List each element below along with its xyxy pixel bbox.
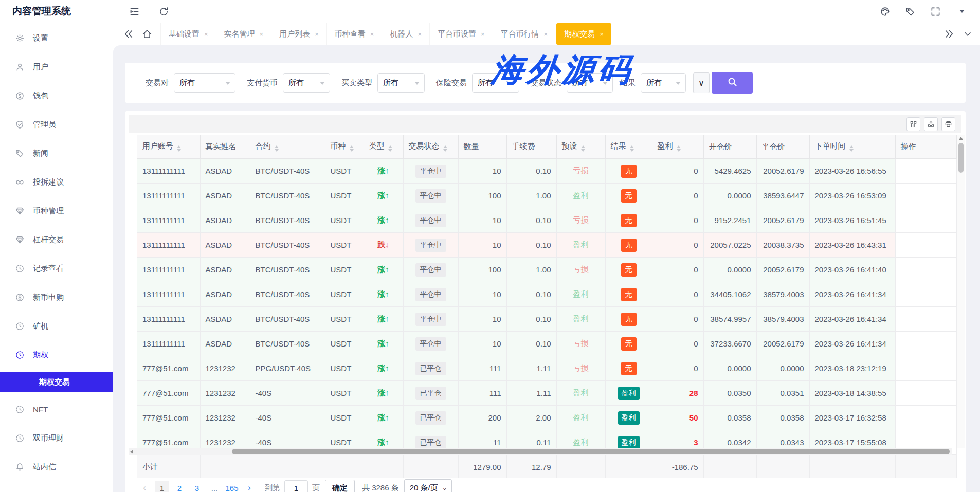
- column-header-status[interactable]: 交易状态: [403, 135, 458, 159]
- user-icon: [15, 63, 24, 71]
- filter-select-1[interactable]: 所有: [283, 73, 330, 93]
- export-icon[interactable]: [924, 117, 938, 131]
- tab-close-icon[interactable]: ×: [600, 30, 604, 38]
- cell-open: 0.0350: [703, 381, 756, 406]
- sort-icon[interactable]: [177, 145, 181, 152]
- sort-icon[interactable]: [388, 145, 392, 152]
- filter-select-3[interactable]: 所有: [472, 73, 519, 93]
- page-button-2[interactable]: 2: [172, 481, 187, 492]
- tab-close-icon[interactable]: ×: [204, 30, 208, 38]
- cell-coin: USDT: [325, 356, 364, 381]
- sidebar-item-14[interactable]: 双币理财: [0, 424, 113, 452]
- sidebar-item-10[interactable]: 矿机: [0, 312, 113, 340]
- confirm-button[interactable]: 确定: [325, 480, 355, 492]
- column-header-type[interactable]: 类型: [364, 135, 403, 159]
- page-button-1[interactable]: 1: [155, 481, 169, 492]
- result-badge: 无: [621, 337, 637, 351]
- sidebar-item-7[interactable]: 杠杆交易: [0, 225, 113, 254]
- fullscreen-icon[interactable]: [931, 7, 940, 16]
- sidebar-item-9[interactable]: 新币申购: [0, 283, 113, 312]
- menu-fold-icon[interactable]: [130, 7, 139, 16]
- sort-icon[interactable]: [443, 145, 447, 152]
- filter-select-5[interactable]: 所有: [641, 73, 686, 93]
- scroll-left-icon[interactable]: [130, 450, 133, 454]
- sidebar-item-6[interactable]: 币种管理: [0, 196, 113, 225]
- user-menu[interactable]: [956, 10, 965, 13]
- vertical-scrollbar[interactable]: [957, 135, 965, 448]
- sidebar-item-3[interactable]: 管理员: [0, 110, 113, 139]
- prev-page-icon[interactable]: ‹: [137, 481, 152, 492]
- column-header-account[interactable]: 用户账号: [137, 135, 200, 159]
- sidebar-item-8[interactable]: 记录查看: [0, 254, 113, 283]
- refresh-icon[interactable]: [159, 7, 169, 16]
- vertical-scrollbar-thumb[interactable]: [958, 143, 964, 173]
- sidebar-item-5[interactable]: 投拆建议: [0, 168, 113, 196]
- sidebar-item-11[interactable]: 期权: [0, 340, 113, 369]
- filter-expand-toggle[interactable]: ∨: [693, 72, 710, 93]
- table-toolbar: [129, 115, 961, 133]
- sidebar-item-15[interactable]: 站内信: [0, 452, 113, 481]
- tag-icon[interactable]: [905, 7, 915, 16]
- sidebar-subitem-12[interactable]: 期权交易: [0, 372, 113, 392]
- sidebar-item-13[interactable]: NFT: [0, 395, 113, 424]
- horizontal-scrollbar-thumb[interactable]: [232, 449, 950, 454]
- sidebar-item-1[interactable]: 用户: [0, 52, 113, 81]
- next-page-icon[interactable]: ›: [242, 481, 257, 492]
- columns-icon[interactable]: [906, 117, 920, 131]
- sort-icon[interactable]: [630, 145, 634, 152]
- column-header-preset[interactable]: 预设: [556, 135, 605, 159]
- tabs-scroll-right-icon[interactable]: [944, 29, 954, 39]
- result-badge: 盈利: [618, 411, 640, 425]
- sort-icon[interactable]: [350, 145, 354, 152]
- goto-page-input[interactable]: [284, 480, 308, 492]
- tab-close-icon[interactable]: ×: [370, 30, 374, 38]
- sidebar-item-4[interactable]: 新闻: [0, 139, 113, 168]
- summary-cell-type: [364, 455, 403, 478]
- sidebar-item-label: 双币理财: [33, 433, 64, 443]
- page-button-165[interactable]: 165: [225, 481, 239, 492]
- cell-time: 2023-03-17 16:32:58: [809, 406, 895, 430]
- tab-item-2[interactable]: 用户列表×: [271, 23, 326, 45]
- tab-close-icon[interactable]: ×: [315, 30, 319, 38]
- filter-select-0[interactable]: 所有: [174, 73, 235, 93]
- sidebar-item-0[interactable]: 设置: [0, 24, 113, 52]
- column-header-time[interactable]: 下单时间: [809, 135, 895, 159]
- sidebar-item-2[interactable]: 钱包: [0, 81, 113, 110]
- search-button[interactable]: [712, 72, 753, 94]
- tab-item-5[interactable]: 平台币设置×: [429, 23, 493, 45]
- cell-realname: ASDAD: [200, 282, 250, 307]
- column-header-contract[interactable]: 合约: [250, 135, 325, 159]
- status-badge: 已平仓: [415, 411, 446, 425]
- sort-icon[interactable]: [275, 145, 279, 152]
- tab-close-icon[interactable]: ×: [481, 30, 485, 38]
- tab-close-icon[interactable]: ×: [260, 30, 264, 38]
- tab-item-7[interactable]: 期权交易×: [556, 23, 611, 45]
- tab-item-3[interactable]: 币种查看×: [326, 23, 382, 45]
- home-icon[interactable]: [142, 29, 152, 39]
- sort-icon[interactable]: [677, 145, 681, 152]
- sort-icon[interactable]: [581, 145, 585, 152]
- tab-item-0[interactable]: 基础设置×: [160, 23, 216, 45]
- tabs-scroll-left-icon[interactable]: [123, 29, 134, 39]
- theme-palette-icon[interactable]: [880, 7, 890, 16]
- tab-item-1[interactable]: 实名管理×: [216, 23, 271, 45]
- sort-icon[interactable]: [849, 145, 854, 152]
- cell-result: 无: [605, 282, 652, 307]
- tab-close-icon[interactable]: ×: [418, 30, 422, 38]
- print-icon[interactable]: [941, 117, 955, 131]
- sidebar-item-label: NFT: [33, 405, 48, 414]
- page-button-3[interactable]: 3: [190, 481, 204, 492]
- tab-item-4[interactable]: 机器人×: [382, 23, 429, 45]
- tab-close-icon[interactable]: ×: [544, 30, 548, 38]
- scroll-up-icon[interactable]: [957, 135, 965, 142]
- tabs-menu-icon[interactable]: [964, 30, 972, 38]
- tab-item-6[interactable]: 平台币行情×: [493, 23, 556, 45]
- column-header-profit[interactable]: 盈利: [652, 135, 703, 159]
- horizontal-scrollbar[interactable]: [129, 448, 952, 455]
- column-header-coin[interactable]: 币种: [325, 135, 364, 159]
- filter-select-4[interactable]: 所有: [567, 73, 613, 93]
- cell-time: 2023-03-26 16:41:34: [809, 307, 895, 332]
- column-header-result[interactable]: 结果: [605, 135, 652, 159]
- page-size-select[interactable]: 20 条/页 ⌄: [404, 479, 452, 492]
- filter-select-2[interactable]: 所有: [377, 73, 425, 93]
